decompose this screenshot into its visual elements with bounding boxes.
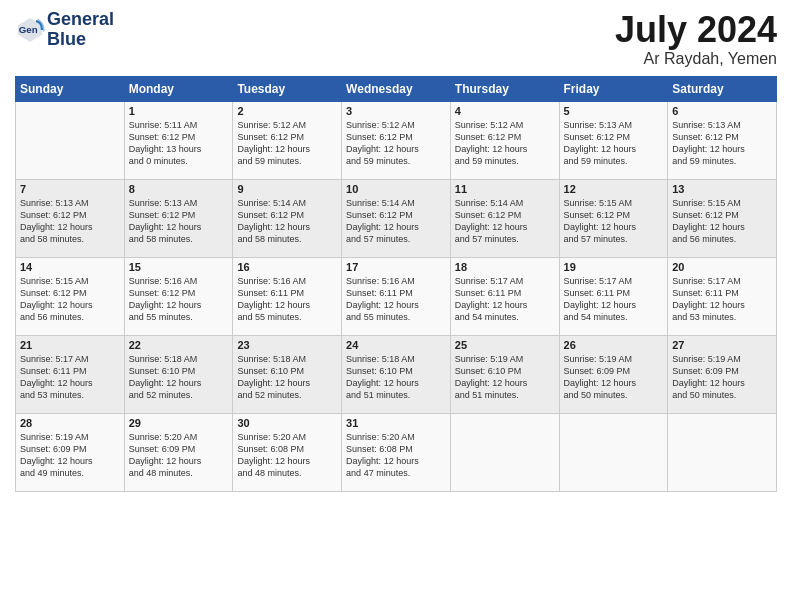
- calendar-week-3: 14Sunrise: 5:15 AM Sunset: 6:12 PM Dayli…: [16, 257, 777, 335]
- calendar-cell: [668, 413, 777, 491]
- calendar-cell: 28Sunrise: 5:19 AM Sunset: 6:09 PM Dayli…: [16, 413, 125, 491]
- day-info: Sunrise: 5:14 AM Sunset: 6:12 PM Dayligh…: [455, 197, 555, 246]
- calendar-cell: 15Sunrise: 5:16 AM Sunset: 6:12 PM Dayli…: [124, 257, 233, 335]
- day-info: Sunrise: 5:17 AM Sunset: 6:11 PM Dayligh…: [672, 275, 772, 324]
- calendar-cell: 9Sunrise: 5:14 AM Sunset: 6:12 PM Daylig…: [233, 179, 342, 257]
- col-header-wednesday: Wednesday: [342, 76, 451, 101]
- calendar-cell: 18Sunrise: 5:17 AM Sunset: 6:11 PM Dayli…: [450, 257, 559, 335]
- calendar-cell: 31Sunrise: 5:20 AM Sunset: 6:08 PM Dayli…: [342, 413, 451, 491]
- day-info: Sunrise: 5:16 AM Sunset: 6:11 PM Dayligh…: [346, 275, 446, 324]
- day-info: Sunrise: 5:19 AM Sunset: 6:09 PM Dayligh…: [564, 353, 664, 402]
- day-number: 30: [237, 417, 337, 429]
- location: Ar Raydah, Yemen: [615, 50, 777, 68]
- day-number: 31: [346, 417, 446, 429]
- col-header-sunday: Sunday: [16, 76, 125, 101]
- day-number: 8: [129, 183, 229, 195]
- col-header-tuesday: Tuesday: [233, 76, 342, 101]
- month-year: July 2024: [615, 10, 777, 50]
- calendar-cell: [16, 101, 125, 179]
- day-number: 18: [455, 261, 555, 273]
- day-number: 5: [564, 105, 664, 117]
- calendar-cell: 13Sunrise: 5:15 AM Sunset: 6:12 PM Dayli…: [668, 179, 777, 257]
- day-number: 23: [237, 339, 337, 351]
- day-number: 7: [20, 183, 120, 195]
- day-number: 17: [346, 261, 446, 273]
- calendar-cell: 22Sunrise: 5:18 AM Sunset: 6:10 PM Dayli…: [124, 335, 233, 413]
- day-info: Sunrise: 5:12 AM Sunset: 6:12 PM Dayligh…: [346, 119, 446, 168]
- day-number: 24: [346, 339, 446, 351]
- day-info: Sunrise: 5:13 AM Sunset: 6:12 PM Dayligh…: [129, 197, 229, 246]
- day-number: 19: [564, 261, 664, 273]
- calendar-cell: 23Sunrise: 5:18 AM Sunset: 6:10 PM Dayli…: [233, 335, 342, 413]
- header: Gen General Blue July 2024 Ar Raydah, Ye…: [15, 10, 777, 68]
- calendar-cell: 11Sunrise: 5:14 AM Sunset: 6:12 PM Dayli…: [450, 179, 559, 257]
- day-number: 29: [129, 417, 229, 429]
- calendar-cell: 6Sunrise: 5:13 AM Sunset: 6:12 PM Daylig…: [668, 101, 777, 179]
- day-info: Sunrise: 5:11 AM Sunset: 6:12 PM Dayligh…: [129, 119, 229, 168]
- calendar-week-1: 1Sunrise: 5:11 AM Sunset: 6:12 PM Daylig…: [16, 101, 777, 179]
- day-info: Sunrise: 5:17 AM Sunset: 6:11 PM Dayligh…: [20, 353, 120, 402]
- day-number: 27: [672, 339, 772, 351]
- calendar-cell: 7Sunrise: 5:13 AM Sunset: 6:12 PM Daylig…: [16, 179, 125, 257]
- day-info: Sunrise: 5:17 AM Sunset: 6:11 PM Dayligh…: [564, 275, 664, 324]
- logo: Gen General Blue: [15, 10, 114, 50]
- col-header-monday: Monday: [124, 76, 233, 101]
- calendar-cell: 20Sunrise: 5:17 AM Sunset: 6:11 PM Dayli…: [668, 257, 777, 335]
- day-info: Sunrise: 5:16 AM Sunset: 6:12 PM Dayligh…: [129, 275, 229, 324]
- calendar-week-4: 21Sunrise: 5:17 AM Sunset: 6:11 PM Dayli…: [16, 335, 777, 413]
- calendar-table: SundayMondayTuesdayWednesdayThursdayFrid…: [15, 76, 777, 492]
- calendar-cell: 14Sunrise: 5:15 AM Sunset: 6:12 PM Dayli…: [16, 257, 125, 335]
- day-number: 4: [455, 105, 555, 117]
- day-info: Sunrise: 5:20 AM Sunset: 6:09 PM Dayligh…: [129, 431, 229, 480]
- day-number: 3: [346, 105, 446, 117]
- day-number: 10: [346, 183, 446, 195]
- calendar-cell: 26Sunrise: 5:19 AM Sunset: 6:09 PM Dayli…: [559, 335, 668, 413]
- calendar-cell: 30Sunrise: 5:20 AM Sunset: 6:08 PM Dayli…: [233, 413, 342, 491]
- day-number: 20: [672, 261, 772, 273]
- day-number: 1: [129, 105, 229, 117]
- day-info: Sunrise: 5:15 AM Sunset: 6:12 PM Dayligh…: [672, 197, 772, 246]
- calendar-cell: 3Sunrise: 5:12 AM Sunset: 6:12 PM Daylig…: [342, 101, 451, 179]
- col-header-saturday: Saturday: [668, 76, 777, 101]
- day-number: 12: [564, 183, 664, 195]
- calendar-cell: 24Sunrise: 5:18 AM Sunset: 6:10 PM Dayli…: [342, 335, 451, 413]
- calendar-cell: 19Sunrise: 5:17 AM Sunset: 6:11 PM Dayli…: [559, 257, 668, 335]
- title-block: July 2024 Ar Raydah, Yemen: [615, 10, 777, 68]
- calendar-cell: 10Sunrise: 5:14 AM Sunset: 6:12 PM Dayli…: [342, 179, 451, 257]
- logo-icon: Gen: [15, 15, 45, 45]
- day-info: Sunrise: 5:14 AM Sunset: 6:12 PM Dayligh…: [346, 197, 446, 246]
- day-info: Sunrise: 5:15 AM Sunset: 6:12 PM Dayligh…: [20, 275, 120, 324]
- calendar-week-5: 28Sunrise: 5:19 AM Sunset: 6:09 PM Dayli…: [16, 413, 777, 491]
- calendar-cell: 2Sunrise: 5:12 AM Sunset: 6:12 PM Daylig…: [233, 101, 342, 179]
- logo-line2: Blue: [47, 29, 86, 49]
- day-number: 14: [20, 261, 120, 273]
- calendar-cell: 27Sunrise: 5:19 AM Sunset: 6:09 PM Dayli…: [668, 335, 777, 413]
- day-number: 11: [455, 183, 555, 195]
- calendar-cell: 12Sunrise: 5:15 AM Sunset: 6:12 PM Dayli…: [559, 179, 668, 257]
- day-info: Sunrise: 5:19 AM Sunset: 6:09 PM Dayligh…: [672, 353, 772, 402]
- day-info: Sunrise: 5:19 AM Sunset: 6:10 PM Dayligh…: [455, 353, 555, 402]
- col-header-friday: Friday: [559, 76, 668, 101]
- day-info: Sunrise: 5:20 AM Sunset: 6:08 PM Dayligh…: [346, 431, 446, 480]
- calendar-week-2: 7Sunrise: 5:13 AM Sunset: 6:12 PM Daylig…: [16, 179, 777, 257]
- day-number: 22: [129, 339, 229, 351]
- day-info: Sunrise: 5:18 AM Sunset: 6:10 PM Dayligh…: [346, 353, 446, 402]
- day-info: Sunrise: 5:20 AM Sunset: 6:08 PM Dayligh…: [237, 431, 337, 480]
- calendar-cell: 25Sunrise: 5:19 AM Sunset: 6:10 PM Dayli…: [450, 335, 559, 413]
- day-info: Sunrise: 5:16 AM Sunset: 6:11 PM Dayligh…: [237, 275, 337, 324]
- day-info: Sunrise: 5:15 AM Sunset: 6:12 PM Dayligh…: [564, 197, 664, 246]
- day-number: 16: [237, 261, 337, 273]
- day-info: Sunrise: 5:13 AM Sunset: 6:12 PM Dayligh…: [672, 119, 772, 168]
- day-number: 15: [129, 261, 229, 273]
- page-container: Gen General Blue July 2024 Ar Raydah, Ye…: [0, 0, 792, 612]
- day-number: 9: [237, 183, 337, 195]
- day-info: Sunrise: 5:18 AM Sunset: 6:10 PM Dayligh…: [129, 353, 229, 402]
- calendar-cell: 29Sunrise: 5:20 AM Sunset: 6:09 PM Dayli…: [124, 413, 233, 491]
- day-info: Sunrise: 5:17 AM Sunset: 6:11 PM Dayligh…: [455, 275, 555, 324]
- logo-line1: General: [47, 9, 114, 29]
- calendar-cell: [450, 413, 559, 491]
- day-number: 26: [564, 339, 664, 351]
- day-number: 25: [455, 339, 555, 351]
- logo-text: General Blue: [47, 10, 114, 50]
- calendar-cell: 16Sunrise: 5:16 AM Sunset: 6:11 PM Dayli…: [233, 257, 342, 335]
